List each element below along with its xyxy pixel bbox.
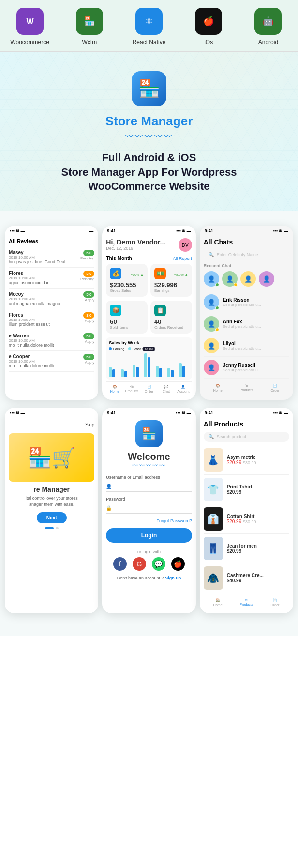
products-content: All Products 🔍 Search product 👗 Asym met… <box>200 416 293 613</box>
status-bar-2: 9:41 ▪▪▪≋▬ <box>102 226 195 234</box>
chat-item[interactable]: 👤 Ann Fox Sed ut perspiciatis u... <box>204 313 289 335</box>
nav-android[interactable]: 🤖 Android <box>238 8 298 46</box>
apple-login-button[interactable]: 🍎 <box>171 557 185 571</box>
product-pricing: $40.99 <box>227 578 264 583</box>
chat-search[interactable]: 🔍 Enter Celebrity Name <box>204 250 289 259</box>
chart-area: Sales by Week Earning Gross Sales <box>106 337 192 380</box>
products-icon: 🛍 <box>245 384 248 387</box>
nav-home[interactable]: 🏠Home <box>204 598 232 607</box>
products-search[interactable]: 🔍 Search product <box>204 432 289 442</box>
product-details: Cashmere Cre... $40.99 <box>227 573 264 583</box>
chat-item[interactable]: 👤 Jenny Russell Sed ut perspiciatis u... <box>204 357 289 379</box>
chat-preview: Sed ut perspiciatis u... <box>223 346 289 350</box>
home-icon: 🏠 <box>216 384 220 388</box>
status-bar-6: 9:41 ▪▪▪ ≋ ▬ <box>200 408 293 416</box>
inactive-dot <box>56 527 59 529</box>
nav-wcfm[interactable]: 🏪 Wcfm <box>60 8 119 46</box>
earnings-icon: 💵 <box>154 268 166 279</box>
nav-order[interactable]: 📄Order <box>261 384 289 392</box>
nav-account[interactable]: 👤 Account <box>175 385 192 393</box>
product-price: $20.99 <box>227 519 242 524</box>
password-field[interactable]: 🔒 <box>106 503 192 514</box>
review-date: 2019 10:00 AM <box>9 338 54 343</box>
product-item[interactable]: 👗 Asym metric $20.99 $30.99 <box>204 445 289 475</box>
home-icon: 🏠 <box>113 385 117 389</box>
this-month-label: This Month <box>106 256 132 261</box>
nav-chat[interactable]: 💬 Chat <box>158 385 175 393</box>
nav-products[interactable]: 🛍 Products <box>123 385 140 393</box>
chart-title: Sales by Week <box>109 340 189 345</box>
nav-home[interactable]: 🏠Home <box>204 384 232 392</box>
review-name: Flores <box>9 271 51 276</box>
wechat-login-button[interactable]: 💬 <box>152 557 165 571</box>
product-image: 👖 <box>204 537 223 560</box>
social-login-icons: f G 💬 🍎 <box>106 557 192 571</box>
order-icon: 📄 <box>273 384 277 388</box>
skip-button[interactable]: Skip <box>9 420 94 429</box>
bottom-nav-dashboard: 🏠 Home 🛍 Products 📄 Order 💬 Chat <box>106 381 192 396</box>
orders-icon: 📋 <box>154 305 166 316</box>
search-placeholder: Enter Celebrity Name <box>217 252 258 257</box>
all-report-link[interactable]: All Report <box>173 256 192 261</box>
chat-avatar: 👤 <box>204 338 219 353</box>
nav-products[interactable]: 🛍Products <box>232 598 261 607</box>
signal-icons-1: ▪▪▪ ≋ ▬ <box>10 228 25 233</box>
chat-icon: 💬 <box>164 385 168 389</box>
login-logo: 🏪 <box>135 420 163 447</box>
review-date: 2019 10:00 AM <box>9 255 69 259</box>
password-label: Password <box>106 497 192 502</box>
time-6: 9:41 <box>205 411 213 415</box>
onboard-title: re Manager <box>9 486 94 493</box>
google-login-button[interactable]: G <box>133 557 146 571</box>
chat-item[interactable]: 👤 Erik Risson Sed ut perspiciatis u... <box>204 291 289 313</box>
next-button[interactable]: Next <box>37 512 67 523</box>
orders-card: 📋 40 Orders Received <box>150 301 192 334</box>
product-price: $20.99 <box>227 460 242 465</box>
products-label: Products <box>125 389 139 393</box>
review-text: mollit nulla dolore mollit <box>9 343 54 348</box>
stat-cards-row1: 💰 +10% ▲ $230.555 Gross Sales 💵 +9.5% ▲ … <box>106 264 192 297</box>
review-badge: 5.0 <box>83 291 94 298</box>
product-item[interactable]: 🧥 Cashmere Cre... $40.99 <box>204 563 289 593</box>
product-pricing: $20.99 <box>227 489 253 495</box>
review-status: Pending <box>80 256 94 260</box>
review-date: 2019 10:00 AM <box>9 297 60 301</box>
signup-text: Don't have an account ? Sign up <box>106 576 192 580</box>
this-month-bar: This Month All Report <box>106 256 192 261</box>
review-status: Apply <box>83 339 94 344</box>
chat-info: Lilyoi Sed ut perspiciatis u... <box>223 341 289 350</box>
lock-icon: 🔒 <box>106 505 112 511</box>
nav-order[interactable]: 📄Order <box>261 598 289 607</box>
nav-react-native[interactable]: ⚛ React Native <box>119 8 179 46</box>
chats-phone: 9:41 ▪▪▪ ≋ ▬ All Chats 🔍 Enter Celebrity… <box>200 226 293 400</box>
nav-products[interactable]: 🛍Products <box>232 384 261 392</box>
chat-item[interactable]: 👤 Lilyoi Sed ut perspiciatis u... <box>204 335 289 357</box>
username-label: Username or Email address <box>106 475 192 480</box>
product-item[interactable]: 👕 Print Tshirt $20.99 <box>204 475 289 504</box>
product-pricing: $20.99 $30.99 <box>227 519 256 524</box>
react-native-icon: ⚛ <box>135 8 163 35</box>
login-button[interactable]: Login <box>106 528 192 543</box>
review-status: Apply <box>83 298 94 302</box>
onboard-description: ital control over your storesanager them… <box>9 495 94 507</box>
review-badge: 3.0 <box>83 271 94 277</box>
review-status: Pending <box>80 277 94 281</box>
review-badge: 5.0 <box>83 354 94 360</box>
signup-link[interactable]: Sign up <box>165 576 181 580</box>
nav-woocommerce[interactable]: W Woocommerce <box>0 8 60 46</box>
sold-icon: 📦 <box>110 305 121 316</box>
product-item[interactable]: 👖 Jean for men $20.99 <box>204 534 289 563</box>
home-label: Home <box>213 603 223 607</box>
nav-home[interactable]: 🏠 Home <box>106 385 123 393</box>
nav-ios[interactable]: 🍎 iOs <box>179 8 238 46</box>
products-phone: 9:41 ▪▪▪ ≋ ▬ All Products 🔍 Search produ… <box>200 408 293 613</box>
nav-order[interactable]: 📄 Order <box>140 385 157 393</box>
username-field[interactable]: 👤 <box>106 481 192 492</box>
forgot-password-link[interactable]: Forgot Password? <box>106 518 192 523</box>
gross-label: Gross Sales <box>110 289 144 293</box>
svg-text:W: W <box>26 17 34 26</box>
recent-avatar: 👤 <box>240 271 256 287</box>
facebook-login-button[interactable]: f <box>113 557 127 571</box>
product-item[interactable]: 👔 Cotton Shirt $20.99 $30.99 <box>204 504 289 534</box>
product-image: 🧥 <box>204 566 223 590</box>
